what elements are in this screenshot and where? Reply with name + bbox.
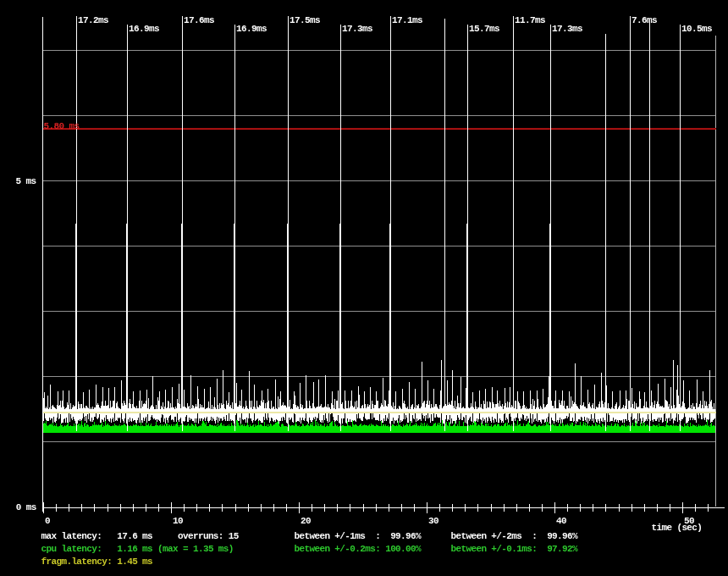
svg-text:0: 0	[45, 516, 50, 526]
svg-text:cpu latency: 1.16 ms (max =: cpu latency: 1.16 ms (max = 1.35 ms)	[41, 544, 234, 554]
svg-text:5.80 ms: 5.80 ms	[44, 121, 80, 131]
svg-text:17.1ms: 17.1ms	[392, 15, 422, 25]
svg-text:17.5ms: 17.5ms	[290, 15, 320, 25]
svg-text:17.3ms: 17.3ms	[342, 24, 372, 34]
svg-text:10.5ms: 10.5ms	[681, 24, 712, 34]
svg-text:15.7ms: 15.7ms	[469, 24, 499, 34]
svg-text:40: 40	[556, 516, 566, 526]
svg-text:16.9ms: 16.9ms	[236, 24, 267, 34]
svg-text:fragm.latency: 1.45 ms: fragm.latency: 1.45 ms	[41, 557, 153, 567]
svg-text:11.7ms: 11.7ms	[515, 15, 545, 25]
svg-text:between +/-1ms : 99.96%: between +/-1ms : 99.96%	[295, 531, 422, 541]
svg-text:between +/-2ms : 99.96%: between +/-2ms : 99.96%	[451, 531, 579, 541]
svg-text:between +/-0.1ms: 97.92%: between +/-0.1ms: 97.92%	[451, 544, 579, 554]
svg-text:time (sec): time (sec)	[652, 523, 703, 533]
svg-text:0 ms: 0 ms	[16, 502, 36, 512]
svg-text:10: 10	[173, 516, 183, 526]
svg-text:17.2ms: 17.2ms	[78, 15, 108, 25]
svg-text:between +/-0.2ms: 100.00%: between +/-0.2ms: 100.00%	[295, 544, 422, 554]
svg-text:20: 20	[301, 516, 311, 526]
svg-text:7.6ms: 7.6ms	[631, 15, 657, 25]
svg-text:16.9ms: 16.9ms	[129, 24, 159, 34]
svg-text:17.6ms: 17.6ms	[184, 15, 214, 25]
svg-text:max latency: 17.6 ms ove: max latency: 17.6 ms overruns: 15	[41, 531, 240, 541]
svg-text:5 ms: 5 ms	[16, 176, 36, 186]
svg-text:30: 30	[428, 516, 438, 526]
svg-text:17.3ms: 17.3ms	[552, 24, 582, 34]
